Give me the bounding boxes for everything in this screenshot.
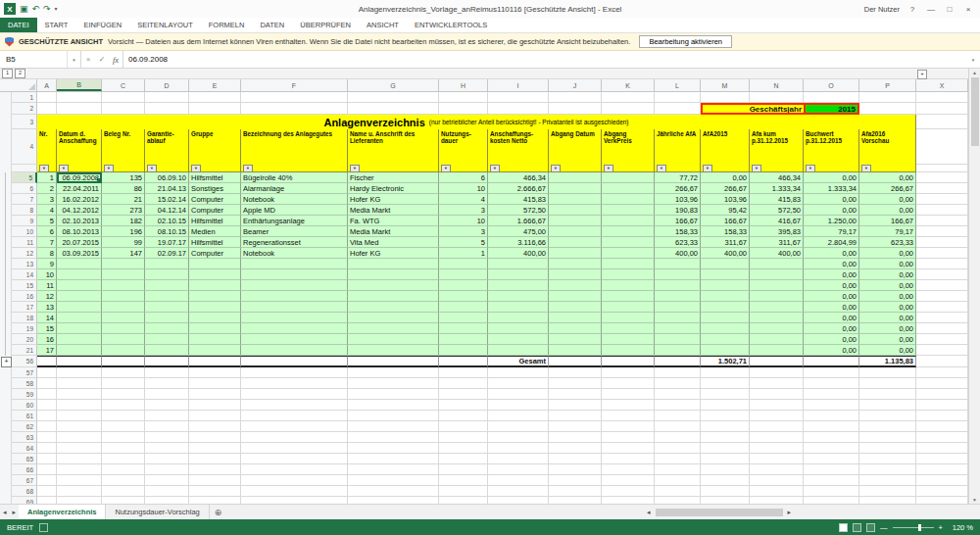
cell[interactable] <box>655 345 701 356</box>
cell[interactable] <box>602 216 655 226</box>
filter-cell[interactable]: ▾ <box>348 165 439 172</box>
row-header[interactable]: 21 <box>12 345 37 356</box>
column-header-X[interactable]: X <box>916 79 968 91</box>
cell[interactable] <box>549 389 602 400</box>
cell[interactable] <box>439 454 488 464</box>
cell[interactable] <box>488 313 549 323</box>
row-header[interactable]: 64 <box>12 443 37 454</box>
cell[interactable] <box>439 103 488 115</box>
cell[interactable]: 0,00 <box>804 334 859 345</box>
column-title-D[interactable]: Garantie-ablauf <box>145 129 189 165</box>
cell[interactable]: 135 <box>102 172 145 183</box>
cell[interactable]: Vita Med <box>348 237 439 248</box>
cell[interactable]: 415,83 <box>750 194 804 205</box>
row-expand-button[interactable]: + <box>1 357 12 367</box>
cell[interactable] <box>37 443 57 454</box>
page-break-view-button[interactable] <box>866 523 875 532</box>
column-header-I[interactable]: I <box>488 79 549 91</box>
cell[interactable] <box>701 92 750 103</box>
cancel-icon[interactable]: × <box>81 55 95 64</box>
cell[interactable] <box>439 486 488 497</box>
cell[interactable] <box>241 92 348 103</box>
cell[interactable] <box>916 454 968 464</box>
cell[interactable]: Medien <box>189 226 241 237</box>
cell[interactable] <box>859 103 916 115</box>
cell[interactable] <box>804 378 859 389</box>
cell[interactable] <box>488 367 549 378</box>
cell[interactable] <box>916 226 968 237</box>
cell[interactable] <box>241 259 348 269</box>
filter-button[interactable]: ▾ <box>147 165 157 172</box>
cell[interactable]: Apple MD <box>241 205 348 216</box>
sheet-nav-left-icon[interactable]: ◂ <box>0 505 10 519</box>
row-header[interactable]: 62 <box>12 421 37 432</box>
cell[interactable] <box>145 378 189 389</box>
cell[interactable]: 0,00 <box>859 205 916 216</box>
cell[interactable] <box>145 497 189 504</box>
user-account-button[interactable]: Der Nutzer <box>864 5 900 14</box>
cell[interactable] <box>57 411 102 421</box>
cell[interactable] <box>241 291 348 302</box>
cell[interactable] <box>348 389 439 400</box>
cell[interactable] <box>102 302 145 313</box>
cell[interactable]: 1.502,71 <box>701 356 750 367</box>
cell[interactable] <box>57 291 102 302</box>
cell[interactable]: 166,67 <box>859 216 916 226</box>
sheet-tab-anlagenverzeichnis[interactable]: Anlagenverzeichnis <box>19 505 106 519</box>
cell[interactable] <box>348 411 439 421</box>
cell[interactable] <box>701 313 750 323</box>
cell[interactable] <box>57 389 102 400</box>
cell[interactable] <box>145 302 189 313</box>
cell[interactable] <box>145 400 189 411</box>
column-title-H[interactable]: Nutzungs-dauer <box>439 129 488 165</box>
ribbon-tab-ansicht[interactable]: ANSICHT <box>359 18 407 32</box>
cell[interactable] <box>916 432 968 443</box>
cell[interactable] <box>241 475 348 486</box>
row-header[interactable]: 4 <box>12 129 37 165</box>
cell[interactable] <box>57 92 102 103</box>
cell[interactable] <box>549 172 602 183</box>
row-header[interactable]: 17 <box>12 302 37 313</box>
cell[interactable]: 190,83 <box>655 205 701 216</box>
cell[interactable] <box>655 269 701 280</box>
cell[interactable]: Fa. WTG <box>348 216 439 226</box>
filter-cell[interactable]: ▾ <box>750 165 804 172</box>
cell[interactable]: 623,33 <box>859 237 916 248</box>
cell[interactable]: 0,00 <box>804 280 859 291</box>
sheet-tab-nutzungsdauer-vorschlag[interactable]: Nutzungsdauer-Vorschlag <box>106 505 209 519</box>
cell[interactable] <box>57 334 102 345</box>
cell[interactable] <box>348 356 439 367</box>
cell[interactable] <box>701 475 750 486</box>
cell[interactable]: 9 <box>37 259 57 269</box>
cell[interactable] <box>348 378 439 389</box>
cell[interactable] <box>655 356 701 367</box>
cell[interactable] <box>439 367 488 378</box>
cell[interactable]: 416,67 <box>750 216 804 226</box>
cell[interactable] <box>804 411 859 421</box>
cell[interactable]: 0,00 <box>804 269 859 280</box>
cell[interactable] <box>348 313 439 323</box>
cell[interactable] <box>916 378 968 389</box>
cell[interactable] <box>916 269 968 280</box>
filter-cell[interactable]: ▾ <box>804 165 859 172</box>
cell[interactable] <box>439 291 488 302</box>
cell[interactable] <box>145 291 189 302</box>
cell[interactable] <box>102 475 145 486</box>
cell[interactable] <box>916 334 968 345</box>
filter-button[interactable]: ▾ <box>703 165 712 172</box>
cell[interactable] <box>750 313 804 323</box>
row-header[interactable]: 63 <box>12 432 37 443</box>
cell[interactable] <box>102 323 145 334</box>
cell[interactable]: Hofer KG <box>348 248 439 259</box>
cell[interactable] <box>189 497 241 504</box>
cell[interactable] <box>916 367 968 378</box>
cell[interactable] <box>37 497 57 504</box>
cell[interactable] <box>102 367 145 378</box>
cell[interactable] <box>57 486 102 497</box>
cell[interactable] <box>602 259 655 269</box>
cell[interactable] <box>488 411 549 421</box>
cell[interactable] <box>602 323 655 334</box>
row-header[interactable]: 57 <box>12 367 37 378</box>
row-header[interactable]: 16 <box>12 291 37 302</box>
cell[interactable] <box>916 323 968 334</box>
